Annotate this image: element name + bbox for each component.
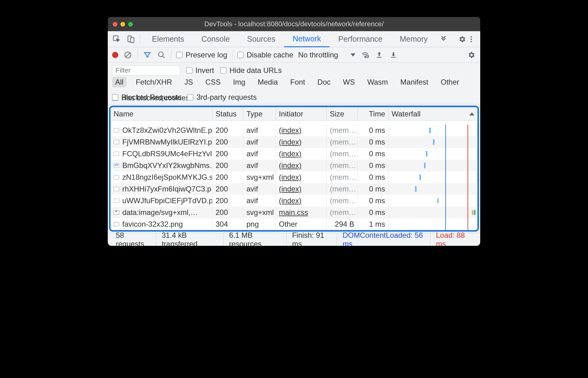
table-row[interactable]: FjVMRBNwMyIlkUElRzYI.p…200avif(index)(me… bbox=[111, 136, 477, 148]
request-name: BmGbqXVYxIY2kwgbNms… bbox=[122, 161, 212, 170]
search-icon[interactable] bbox=[157, 50, 166, 60]
file-type-icon bbox=[114, 163, 119, 168]
svg-point-5 bbox=[471, 41, 472, 42]
table-row[interactable]: FCQLdbRS9UMc4eFHzYvI…200avif(index)(mem…… bbox=[111, 148, 477, 160]
request-initiator[interactable]: (index) bbox=[279, 149, 301, 158]
request-status: 200 bbox=[212, 124, 243, 136]
filter-type-wasm[interactable]: Wasm bbox=[364, 77, 391, 87]
blocked-requests-checkbox[interactable]: Blocked Requests bbox=[112, 93, 181, 102]
upload-har-icon[interactable] bbox=[375, 50, 384, 60]
traffic-lights bbox=[113, 22, 133, 27]
invert-checkbox[interactable]: Invert bbox=[186, 66, 214, 75]
request-initiator[interactable]: (index) bbox=[279, 138, 301, 146]
col-size[interactable]: Size bbox=[327, 107, 358, 120]
table-row[interactable]: data:image/svg+xml,…200svg+xmlmain.css(m… bbox=[111, 207, 477, 218]
close-window-button[interactable] bbox=[113, 22, 117, 27]
request-time: 0 ms bbox=[358, 136, 388, 148]
tab-elements[interactable]: Elements bbox=[143, 31, 193, 47]
kebab-menu-icon[interactable] bbox=[467, 35, 476, 44]
table-row[interactable]: zN18ngzI6ejSpoKMYKJG.s…200svg+xml(index)… bbox=[111, 171, 477, 183]
request-status: 200 bbox=[212, 207, 243, 218]
col-initiator[interactable]: Initiator bbox=[276, 107, 327, 120]
request-name: data:image/svg+xml,… bbox=[122, 208, 198, 217]
request-initiator[interactable]: (index) bbox=[279, 161, 301, 170]
col-time[interactable]: Time bbox=[358, 107, 388, 120]
tab-console[interactable]: Console bbox=[193, 31, 238, 47]
panel-settings-icon[interactable] bbox=[467, 50, 476, 60]
tab-memory[interactable]: Memory bbox=[391, 31, 436, 47]
file-type-icon bbox=[114, 187, 119, 191]
settings-icon[interactable] bbox=[457, 35, 467, 44]
request-size: (mem… bbox=[327, 148, 358, 160]
request-waterfall bbox=[388, 218, 477, 230]
filter-input[interactable] bbox=[112, 65, 180, 76]
disable-cache-checkbox[interactable]: Disable cache bbox=[237, 51, 293, 59]
minimize-window-button[interactable] bbox=[120, 22, 125, 27]
table-row[interactable]: rhXHHi7yxFm6IqiwQ7C3.p…200avif(index)(me… bbox=[111, 183, 477, 195]
table-row[interactable]: uWWJfuFbpiClEFjPTdVD.p…200avif(index)(me… bbox=[111, 195, 477, 207]
filter-type-other[interactable]: Other bbox=[438, 77, 462, 87]
throttling-select[interactable]: No throttling bbox=[298, 51, 355, 59]
request-size: (mem… bbox=[327, 207, 358, 218]
tab-sources[interactable]: Sources bbox=[238, 31, 284, 47]
request-type: avif bbox=[243, 195, 276, 207]
more-tabs-icon[interactable] bbox=[439, 35, 448, 44]
request-waterfall bbox=[388, 148, 477, 160]
filter-type-css[interactable]: CSS bbox=[202, 77, 224, 87]
file-type-icon bbox=[114, 140, 119, 144]
hide-data-urls-checkbox[interactable]: Hide data URLs bbox=[220, 66, 282, 75]
col-waterfall[interactable]: Waterfall bbox=[388, 107, 477, 120]
file-type-icon bbox=[114, 152, 119, 156]
request-initiator[interactable]: (index) bbox=[279, 185, 301, 193]
request-type: avif bbox=[243, 160, 276, 171]
preserve-log-checkbox[interactable]: Preserve log bbox=[176, 51, 227, 59]
request-initiator[interactable]: (index) bbox=[279, 196, 301, 205]
third-party-checkbox[interactable]: 3rd-party requests bbox=[187, 93, 257, 102]
table-row[interactable]: OkTz8xZwi0zVh2GWltnE.p…200avif(index)(me… bbox=[111, 124, 477, 136]
filter-type-fetchxhr[interactable]: Fetch/XHR bbox=[133, 77, 175, 87]
svg-point-10 bbox=[364, 56, 365, 57]
clear-icon[interactable] bbox=[123, 50, 132, 60]
svg-rect-13 bbox=[391, 57, 396, 57]
titlebar: DevTools - localhost:8080/docs/devtools/… bbox=[108, 17, 480, 31]
filter-type-media[interactable]: Media bbox=[254, 77, 281, 87]
request-size: (mem… bbox=[327, 171, 358, 183]
request-time: 0 ms bbox=[358, 171, 388, 183]
record-button[interactable] bbox=[112, 52, 118, 58]
filter-type-manifest[interactable]: Manifest bbox=[397, 77, 431, 87]
filter-type-ws[interactable]: WS bbox=[340, 77, 358, 87]
col-name[interactable]: Name bbox=[111, 107, 212, 120]
device-toggle-icon[interactable] bbox=[126, 35, 136, 44]
network-conditions-icon[interactable] bbox=[360, 50, 370, 60]
download-har-icon[interactable] bbox=[389, 50, 398, 60]
svg-line-7 bbox=[125, 52, 130, 57]
request-time: 0 ms bbox=[358, 207, 388, 218]
filter-type-js[interactable]: JS bbox=[181, 77, 196, 87]
table-row[interactable]: favicon-32x32.png304pngOther294 B1 ms bbox=[111, 218, 477, 230]
tab-performance[interactable]: Performance bbox=[330, 31, 391, 47]
request-time: 0 ms bbox=[358, 148, 388, 160]
request-waterfall bbox=[388, 136, 477, 148]
col-status[interactable]: Status bbox=[212, 107, 243, 120]
request-name: favicon-32x32.png bbox=[122, 220, 183, 229]
status-bar: 58 requests 31.4 kB transferred 6.1 MB r… bbox=[108, 233, 480, 246]
filter-type-all[interactable]: All bbox=[112, 77, 127, 87]
tab-network[interactable]: Network bbox=[284, 31, 330, 47]
request-status: 304 bbox=[212, 218, 243, 230]
filter-type-doc[interactable]: Doc bbox=[314, 77, 334, 87]
request-initiator[interactable]: (index) bbox=[279, 173, 301, 182]
request-initiator[interactable]: (index) bbox=[279, 126, 301, 135]
svg-point-3 bbox=[471, 36, 472, 37]
request-time: 0 ms bbox=[358, 160, 388, 171]
table-row[interactable]: BmGbqXVYxIY2kwgbNms…200avif(index)(mem…0… bbox=[111, 160, 477, 171]
status-finish: Finish: 91 ms bbox=[287, 233, 337, 246]
filter-bar: Invert Hide data URLs AllFetch/XHRJSCSSI… bbox=[108, 63, 480, 104]
inspect-element-icon[interactable] bbox=[112, 35, 121, 44]
filter-icon[interactable] bbox=[143, 50, 152, 60]
request-initiator[interactable]: main.css bbox=[279, 208, 308, 217]
col-type[interactable]: Type bbox=[243, 107, 276, 120]
filter-type-font[interactable]: Font bbox=[287, 77, 308, 87]
maximize-window-button[interactable] bbox=[128, 22, 133, 27]
file-type-icon bbox=[114, 199, 119, 203]
filter-type-img[interactable]: Img bbox=[230, 77, 248, 87]
